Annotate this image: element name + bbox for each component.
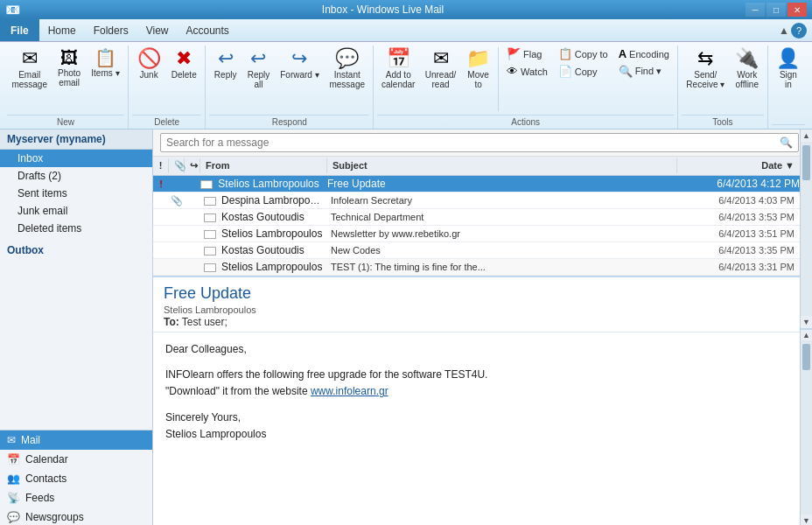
menu-folders[interactable]: Folders [85, 19, 137, 41]
sidebar-item-drafts[interactable]: Drafts (2) [0, 167, 152, 185]
sidebar-bottom-mail[interactable]: ✉ Mail [0, 430, 152, 450]
feeds-icon: 📡 [7, 492, 20, 504]
find-icon: 🔍 [619, 66, 633, 77]
flag-label: Flag [523, 49, 542, 60]
help-button[interactable]: ? [791, 23, 807, 38]
header-subject[interactable]: Subject [327, 158, 677, 173]
flag-button[interactable]: 🚩 Flag [502, 46, 552, 62]
ribbon-group-tools-buttons: ⇆ Send/Receive ▾ 🔌 Workoffline [682, 46, 764, 113]
items-icon: 📋 [94, 49, 116, 66]
header-flag[interactable]: ! [153, 158, 169, 173]
scroll-track[interactable] [801, 142, 812, 316]
reply-button[interactable]: ↩ Reply [209, 46, 242, 83]
table-row[interactable]: Kostas Goutoudis New Codes 6/4/2013 3:35… [153, 242, 800, 259]
from-name-0: Stelios Lambropoulos [218, 178, 318, 190]
sidebar-item-sent-items[interactable]: Sent items [0, 185, 152, 202]
menu-view[interactable]: View [137, 19, 178, 41]
copy-to-button[interactable]: 📋 Copy to [554, 46, 612, 62]
ribbon-col-actions-small2: 📋 Copy to 📄 Copy [554, 46, 612, 80]
row-subject-4: New Codes [327, 245, 677, 256]
newsgroups-icon: 💬 [7, 511, 20, 523]
minimize-button[interactable]: ─ [746, 3, 765, 17]
instant-message-label: Instantmessage [329, 70, 365, 89]
header-from[interactable]: From [200, 158, 327, 173]
sidebar-item-junk-email[interactable]: Junk email [0, 202, 152, 220]
sidebar-bottom-calendar[interactable]: 📅 Calendar [0, 450, 152, 469]
table-row[interactable]: 📎 Despina Lambropoulou Infolearn Secreta… [153, 192, 800, 209]
sidebar-item-inbox[interactable]: Inbox [0, 150, 152, 167]
maximize-button[interactable]: □ [766, 3, 786, 17]
email-message-icon: ✉ [22, 49, 38, 68]
encoding-button[interactable]: A Encoding [614, 46, 674, 62]
from-name-4: Kostas Goutoudis [221, 244, 304, 256]
unread-read-button[interactable]: ✉ Unread/read [421, 46, 460, 93]
photo-email-icon: 🖼 [60, 49, 78, 66]
reading-scroll-up-button[interactable]: ▲ [801, 328, 812, 340]
row-from-0: Stelios Lambropoulos [200, 178, 327, 190]
email-message-button[interactable]: ✉ Emailmessage [7, 46, 52, 93]
copy-button[interactable]: 📄 Copy [554, 63, 612, 80]
send-receive-button[interactable]: ⇆ Send/Receive ▾ [682, 46, 730, 93]
instant-message-icon: 💬 [335, 49, 359, 68]
ribbon-group-delete-label: Delete [132, 115, 201, 127]
row-date-3: 6/4/2013 3:51 PM [677, 228, 800, 239]
reading-scroll-track[interactable] [801, 340, 812, 514]
reading-body-line2: INFOlearn offers the following free upgr… [165, 367, 788, 383]
menu-home[interactable]: Home [39, 19, 85, 41]
search-input[interactable] [160, 133, 799, 152]
items-button[interactable]: 📋 Items ▾ [87, 46, 124, 81]
scroll-up-button[interactable]: ▲ [801, 130, 812, 142]
close-button[interactable]: ✕ [788, 3, 807, 17]
nav-up-button[interactable]: ▲ [779, 24, 789, 37]
work-offline-button[interactable]: 🔌 Workoffline [731, 46, 764, 93]
reading-link[interactable]: www.infolearn.gr [311, 385, 388, 397]
sidebar-bottom-feeds[interactable]: 📡 Feeds [0, 488, 152, 508]
flag-icon: 🚩 [507, 48, 521, 60]
header-date[interactable]: Date ▼ [677, 158, 800, 173]
from-name-1: Despina Lambropoulou [221, 194, 327, 206]
menu-accounts[interactable]: Accounts [178, 19, 238, 41]
table-row[interactable]: Stelios Lampropoulos TEST (1): The timin… [153, 259, 800, 276]
email-list: ! 📎 ↪ From Subject Date ▼ ! Stelios Lamb… [153, 157, 800, 276]
ribbon-col-actions-small: 🚩 Flag 👁 Watch [502, 46, 552, 80]
table-row[interactable]: Stelios Lambropoulos Newsletter by www.r… [153, 226, 800, 242]
scroll-down-button[interactable]: ▼ [801, 316, 812, 328]
sidebar-item-deleted-items[interactable]: Deleted items [0, 220, 152, 237]
reading-scroll-down-button[interactable]: ▼ [801, 514, 812, 525]
find-button[interactable]: 🔍 Find ▾ [614, 63, 674, 80]
forward-button[interactable]: ↪ Forward ▾ [276, 46, 324, 83]
ribbon-group-new-label: New [7, 115, 124, 127]
reply-all-button[interactable]: ↩ Replyall [242, 46, 275, 93]
photo-email-label: Photoemail [58, 68, 80, 88]
table-row[interactable]: Kostas Goutoudis Technical Department 6/… [153, 209, 800, 226]
move-to-button[interactable]: 📁 Moveto [462, 46, 494, 93]
sign-in-icon: 👤 [776, 49, 800, 68]
header-attach[interactable]: 📎 [169, 158, 185, 173]
copy-label: Copy [575, 66, 598, 77]
photo-email-button[interactable]: 🖼 Photoemail [52, 46, 85, 91]
sidebar-item-deleted-label: Deleted items [18, 222, 81, 234]
sidebar-bottom-newsgroups[interactable]: 💬 Newsgroups [0, 508, 152, 525]
header-status[interactable]: ↪ [185, 158, 200, 173]
move-to-label: Moveto [467, 70, 488, 89]
table-row[interactable]: ! Stelios Lambropoulos Free Update 6/4/2… [153, 176, 800, 192]
row-from-3: Stelios Lambropoulos [200, 228, 327, 240]
sidebar-bottom-contacts[interactable]: 👥 Contacts [0, 469, 152, 488]
delete-button[interactable]: ✖ Delete [166, 46, 201, 83]
watch-button[interactable]: 👁 Watch [502, 63, 552, 80]
copy-to-icon: 📋 [558, 48, 572, 60]
reading-body-line1: Dear Colleagues, [165, 341, 788, 358]
row-subject-1: Infolearn Secretary [327, 195, 677, 206]
junk-button[interactable]: 🚫 Junk [132, 46, 165, 83]
ribbon-group-actions-buttons: 📅 Add tocalendar ✉ Unread/read 📁 Moveto … [377, 46, 674, 113]
move-to-icon: 📁 [466, 49, 490, 68]
forward-icon: ↪ [291, 49, 307, 68]
add-to-calendar-button[interactable]: 📅 Add tocalendar [377, 46, 419, 93]
sign-in-button[interactable]: 👤 Signin [772, 46, 805, 93]
instant-message-button[interactable]: 💬 Instantmessage [325, 46, 369, 93]
sign-in-label: Signin [780, 70, 797, 89]
reply-label: Reply [214, 70, 237, 80]
search-icon: 🔍 [780, 136, 793, 149]
copy-icon: 📄 [558, 66, 572, 77]
menu-file[interactable]: File [0, 19, 39, 41]
